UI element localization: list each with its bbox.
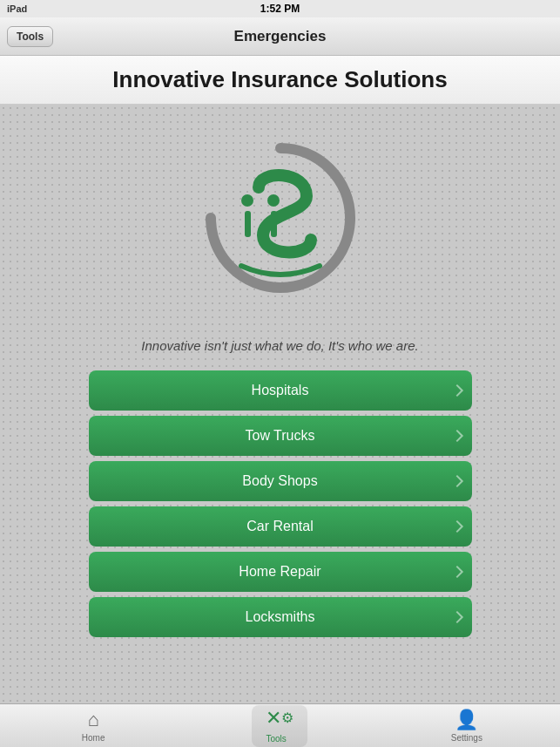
home-repair-button[interactable]: Home Repair	[89, 552, 472, 592]
logo-image	[185, 122, 376, 314]
svg-rect-1	[245, 211, 251, 237]
buttons-list: Hospitals Tow Trucks Body Shops Car Rent…	[89, 370, 472, 637]
tools-nav-button[interactable]: Tools	[7, 26, 53, 47]
logo-area	[185, 122, 376, 323]
tab-settings[interactable]: 👤 Settings	[374, 705, 560, 746]
tow-trucks-button[interactable]: Tow Trucks	[89, 416, 472, 456]
tab-tools-label: Tools	[266, 734, 286, 744]
svg-point-0	[241, 194, 253, 207]
app-header: Innovative Insurance Solutions	[0, 56, 560, 105]
tab-home-label: Home	[82, 733, 105, 743]
body-shops-button[interactable]: Body Shops	[89, 461, 472, 501]
tab-tools[interactable]: ✕⚙ Tools	[186, 702, 373, 748]
hospitals-button[interactable]: Hospitals	[89, 370, 472, 411]
car-rental-button[interactable]: Car Rental	[89, 506, 472, 547]
nav-title: Emergencies	[234, 28, 327, 45]
carrier-label: iPad	[7, 3, 27, 14]
time-label: 1:52 PM	[260, 3, 300, 15]
tagline-text: Innovative isn't just what we do, It's w…	[141, 338, 418, 353]
tab-home[interactable]: ⌂ Home	[0, 705, 186, 746]
settings-icon: 👤	[455, 709, 478, 731]
tab-settings-label: Settings	[451, 733, 482, 743]
home-icon: ⌂	[88, 709, 99, 731]
nav-bar: Tools Emergencies	[0, 17, 560, 56]
app-title: Innovative Insurance Solutions	[17, 66, 543, 93]
status-bar: iPad 1:52 PM	[0, 0, 560, 17]
svg-rect-3	[271, 211, 277, 237]
main-content: Innovative isn't just what we do, It's w…	[0, 105, 560, 703]
locksmiths-button[interactable]: Locksmiths	[89, 597, 472, 637]
svg-point-2	[267, 194, 280, 207]
tab-bar: ⌂ Home ✕⚙ Tools 👤 Settings	[0, 703, 560, 747]
tools-icon: ✕⚙	[266, 707, 293, 729]
